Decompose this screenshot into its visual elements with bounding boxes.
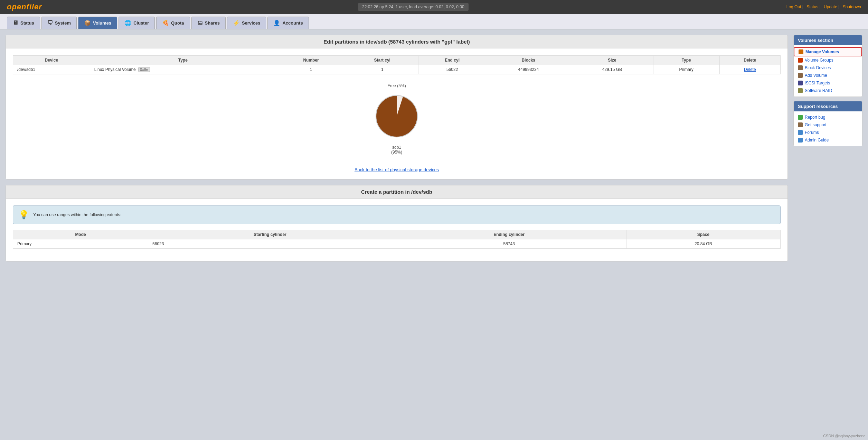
nav-item-services: ⚡Services <box>227 17 266 29</box>
sidebar-item-software-raid: Software RAID <box>794 87 862 94</box>
pie-svg <box>371 90 423 142</box>
col-ending-cylinder: Ending cylinder <box>392 230 626 239</box>
nav-link-accounts[interactable]: 👤Accounts <box>267 17 309 29</box>
partitions-table: DeviceTypeNumberStart cylEnd cylBlocksSi… <box>13 55 781 74</box>
nav-link-services[interactable]: ⚡Services <box>227 17 266 29</box>
table-row: Primary560235874320.84 GB <box>13 239 781 249</box>
nav-item-shares: 🗂Shares <box>191 17 226 29</box>
create-partition-body: 💡 You can use ranges within the followin… <box>6 199 787 261</box>
support-item-get-support: Get support <box>794 121 862 129</box>
used-label: sdb1 (95%) <box>391 145 402 155</box>
edit-table-body: /dev/sdb1Linux Physical Volume 0x8e11560… <box>13 65 781 74</box>
logo: openfiler <box>7 2 42 11</box>
nav-link-status[interactable]: 🖥Status <box>7 17 40 29</box>
delete-link[interactable]: Delete <box>744 67 756 72</box>
col-space: Space <box>626 230 780 239</box>
nav-link-quota[interactable]: 🍕Quota <box>156 17 190 29</box>
nav-link-volumes[interactable]: 📦Volumes <box>78 17 117 29</box>
nav-item-volumes: 📦Volumes <box>78 17 117 29</box>
nav-label: Status <box>20 20 34 26</box>
nav-link-shares[interactable]: 🗂Shares <box>191 17 226 29</box>
toplinks: Log Out | Status | Update | Shutdown <box>784 4 861 9</box>
support-icon <box>798 138 803 143</box>
bulb-icon: 💡 <box>19 210 29 220</box>
support-icon <box>798 115 803 120</box>
nav-icon: 📦 <box>84 20 91 26</box>
nav-label: Services <box>242 20 261 26</box>
topbar: openfiler 22:02:26 up 5:24, 1 user, load… <box>0 0 868 14</box>
navbar: 🖥Status🗨System📦Volumes🌐Cluster🍕Quota🗂Sha… <box>0 14 868 29</box>
col-device: Device <box>13 56 90 65</box>
create-partition-title: Create a partition in /dev/sdb <box>11 189 782 195</box>
support-icon <box>798 130 803 135</box>
edit-partitions-body: DeviceTypeNumberStart cylEnd cylBlocksSi… <box>6 48 787 179</box>
info-text: You can use ranges within the following … <box>33 212 121 217</box>
sidebar-link[interactable]: Volume Groups <box>805 58 833 63</box>
sidebar-link[interactable]: Add Volume <box>805 73 827 78</box>
sidebar-item-manage-volumes: Manage Volumes <box>794 47 862 56</box>
nav-icon: 👤 <box>273 20 280 26</box>
nav-icon: ⚡ <box>233 20 240 26</box>
support-link[interactable]: Get support <box>805 122 827 127</box>
nav-icon: 🗂 <box>197 20 203 26</box>
sidebar-link[interactable]: Manage Volumes <box>805 49 839 54</box>
support-link[interactable]: Report bug <box>805 115 825 120</box>
nav-link-cluster[interactable]: 🌐Cluster <box>119 17 155 29</box>
support-items: Report bugGet supportForumsAdmin Guide <box>794 111 862 146</box>
col-starting-cylinder: Starting cylinder <box>148 230 392 239</box>
update-link[interactable]: Update <box>824 4 837 9</box>
nav-list: 🖥Status🗨System📦Volumes🌐Cluster🍕Quota🗂Sha… <box>7 17 861 29</box>
volumes-items: Manage VolumesVolume GroupsBlock Devices… <box>794 45 862 97</box>
volumes-section: Volumes section Manage VolumesVolume Gro… <box>793 35 862 97</box>
watermark: CSDN @sqlboy-yuzhenc <box>823 434 865 438</box>
main-layout: Edit partitions in /dev/sdb (58743 cylin… <box>0 29 868 267</box>
nav-label: Volumes <box>93 20 111 26</box>
back-link[interactable]: Back to the list of physical storage dev… <box>13 167 781 172</box>
nav-label: Quota <box>171 20 184 26</box>
sidebar-icon <box>798 73 803 78</box>
status-link[interactable]: Status <box>806 4 818 9</box>
col-delete: Delete <box>719 56 780 65</box>
col-type: Type <box>90 56 276 65</box>
nav-label: Accounts <box>282 20 303 26</box>
nav-item-system: 🗨System <box>41 17 77 29</box>
sidebar-link[interactable]: iSCSI Targets <box>805 81 830 85</box>
nav-item-status: 🖥Status <box>7 17 40 29</box>
sidebar-icon <box>798 81 803 85</box>
sidebar-item-add-volume: Add Volume <box>794 72 862 79</box>
create-partition-panel: Create a partition in /dev/sdb 💡 You can… <box>6 185 788 262</box>
nav-icon: 🖥 <box>13 20 18 26</box>
nav-item-cluster: 🌐Cluster <box>119 17 155 29</box>
col-size: Size <box>571 56 653 65</box>
sysinfo: 22:02:26 up 5:24, 1 user, load average: … <box>358 3 469 11</box>
col-mode: Mode <box>13 230 148 239</box>
support-section: Support resources Report bugGet supportF… <box>793 101 862 146</box>
edit-partitions-title: Edit partitions in /dev/sdb (58743 cylin… <box>11 39 782 45</box>
shutdown-link[interactable]: Shutdown <box>843 4 861 9</box>
logout-link[interactable]: Log Out <box>786 4 801 9</box>
sidebar-link[interactable]: Block Devices <box>805 65 831 70</box>
logo-open: open <box>7 2 27 11</box>
nav-label: Cluster <box>133 20 149 26</box>
sidebar-item-block-devices: Block Devices <box>794 64 862 72</box>
support-link[interactable]: Forums <box>805 130 819 135</box>
sidebar-link[interactable]: Software RAID <box>805 88 832 93</box>
edit-table-head: DeviceTypeNumberStart cylEnd cylBlocksSi… <box>13 56 781 65</box>
sidebar: Volumes section Manage VolumesVolume Gro… <box>793 35 862 262</box>
nav-link-system[interactable]: 🗨System <box>41 17 77 29</box>
content: Edit partitions in /dev/sdb (58743 cylin… <box>6 35 788 262</box>
support-link[interactable]: Admin Guide <box>805 138 829 143</box>
create-table-body: Primary560235874320.84 GB <box>13 239 781 249</box>
sidebar-icon <box>798 88 803 93</box>
support-section-header: Support resources <box>794 101 862 111</box>
nav-item-accounts: 👤Accounts <box>267 17 309 29</box>
nav-item-quota: 🍕Quota <box>156 17 190 29</box>
col-start-cyl: Start cyl <box>346 56 418 65</box>
nav-label: Shares <box>205 20 220 26</box>
support-item-admin-guide: Admin Guide <box>794 136 862 144</box>
sidebar-icon <box>798 58 803 63</box>
info-box: 💡 You can use ranges within the followin… <box>13 205 781 224</box>
col-type: Type <box>653 56 719 65</box>
create-table-head: ModeStarting cylinderEnding cylinderSpac… <box>13 230 781 239</box>
support-icon <box>798 122 803 127</box>
